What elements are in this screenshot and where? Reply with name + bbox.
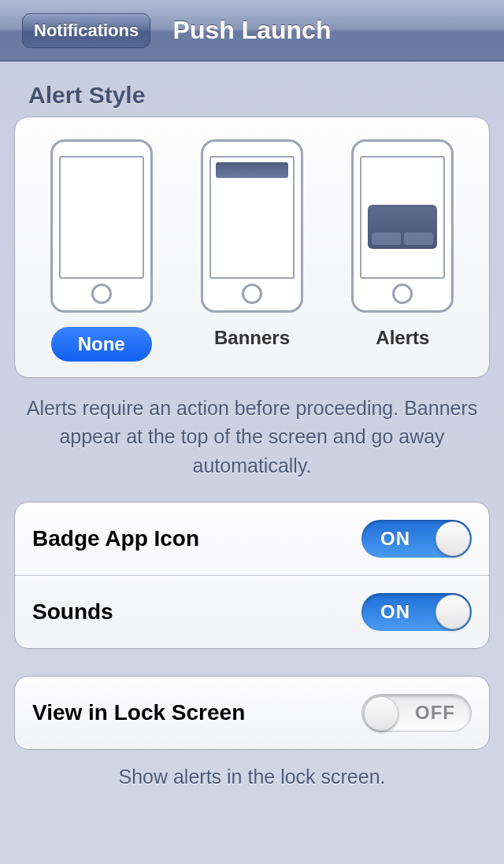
settings-group-1: Badge App Icon ON Sounds ON bbox=[14, 502, 490, 649]
alert-style-header: Alert Style bbox=[0, 61, 504, 117]
alert-style-option-banners[interactable]: Banners bbox=[201, 139, 303, 362]
toggle-on-text: ON bbox=[380, 528, 410, 550]
phone-icon-banners bbox=[201, 139, 303, 313]
alert-style-group: None Banners Alerts bbox=[14, 117, 490, 378]
page-title: Push Launch bbox=[173, 16, 332, 45]
lock-screen-footer: Show alerts in the lock screen. bbox=[0, 750, 504, 804]
view-in-lock-screen-label: View in Lock Screen bbox=[32, 700, 245, 725]
sounds-row: Sounds ON bbox=[15, 576, 489, 648]
badge-app-icon-toggle[interactable]: ON bbox=[361, 520, 472, 558]
sounds-toggle[interactable]: ON bbox=[361, 593, 472, 631]
toggle-knob-icon bbox=[435, 521, 470, 556]
alert-style-label: Alerts bbox=[376, 327, 429, 348]
navigation-bar: Notifications Push Launch bbox=[0, 0, 504, 61]
back-button-label: Notifications bbox=[22, 13, 150, 48]
alert-style-option-none[interactable]: None bbox=[50, 139, 153, 362]
alert-style-label: Banners bbox=[214, 327, 290, 348]
alert-style-option-alerts[interactable]: Alerts bbox=[351, 139, 454, 362]
view-in-lock-screen-row: View in Lock Screen OFF bbox=[15, 677, 489, 749]
alert-style-label: None bbox=[51, 327, 152, 362]
phone-icon-alerts bbox=[351, 139, 454, 313]
view-in-lock-screen-toggle[interactable]: OFF bbox=[361, 694, 472, 732]
sounds-label: Sounds bbox=[32, 599, 113, 625]
alert-style-description: Alerts require an action before proceedi… bbox=[0, 378, 504, 502]
settings-group-2: View in Lock Screen OFF bbox=[14, 676, 490, 750]
badge-app-icon-label: Badge App Icon bbox=[32, 526, 199, 551]
back-button[interactable]: Notifications bbox=[22, 13, 150, 48]
toggle-knob-icon bbox=[364, 696, 398, 731]
toggle-off-text: OFF bbox=[415, 702, 455, 724]
badge-app-icon-row: Badge App Icon ON bbox=[15, 502, 489, 576]
phone-icon-none bbox=[50, 139, 153, 313]
toggle-on-text: ON bbox=[380, 601, 410, 623]
toggle-knob-icon bbox=[435, 595, 470, 629]
